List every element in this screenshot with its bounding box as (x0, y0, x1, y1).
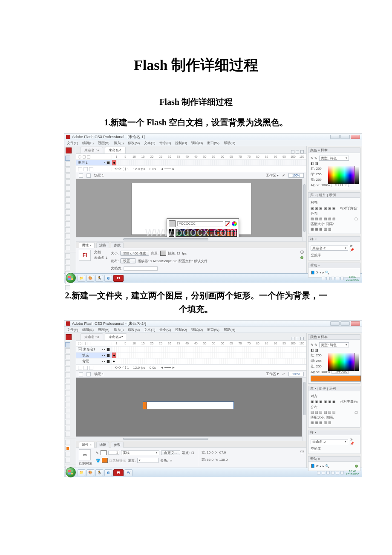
delete-layer-icon[interactable] (89, 366, 93, 370)
swap-colors-icon[interactable] (65, 452, 70, 457)
help-panel-tab[interactable]: 帮助 × (310, 263, 320, 268)
tab-file-b[interactable]: 未命名-2* (105, 333, 127, 340)
line-tool[interactable] (65, 191, 70, 197)
taskbar-browser-icon[interactable]: ◐ (104, 275, 112, 282)
zoom-tool[interactable] (65, 245, 70, 250)
maximize-button[interactable] (340, 135, 350, 139)
maximize-button[interactable] (340, 321, 350, 326)
keyframe-1[interactable] (112, 160, 116, 165)
doc-restore-icon[interactable] (296, 337, 299, 340)
tray-icon[interactable] (336, 277, 339, 280)
menu-commands[interactable]: 命令(C) (159, 327, 171, 332)
pen-tool[interactable] (65, 366, 70, 371)
docclass-input[interactable] (124, 266, 158, 271)
color-panel-tab[interactable]: 颜色 × 样本 (310, 335, 328, 339)
tab-properties[interactable]: 属性 × (79, 442, 95, 448)
tray-icon[interactable] (326, 277, 330, 280)
custom-stroke-button[interactable]: 自定义... (161, 450, 180, 455)
subselection-tool[interactable] (65, 348, 70, 353)
layer-fill[interactable]: 填充 •• (76, 353, 112, 358)
text-tool[interactable] (65, 185, 70, 191)
hand-tool[interactable] (65, 239, 70, 244)
option-b[interactable] (65, 285, 70, 290)
no-color-icon[interactable] (225, 221, 230, 226)
inkbottle-tool[interactable] (65, 402, 70, 407)
eraser-tool[interactable] (65, 233, 70, 238)
align-panel-tab[interactable]: 库 × | 组件 | 示例 (310, 386, 336, 391)
horizontal-scrollbar[interactable] (76, 237, 302, 241)
doc-min-icon[interactable] (291, 150, 294, 153)
new-layer-icon[interactable] (78, 366, 82, 370)
fill-rect-shape[interactable] (143, 402, 147, 409)
menu-commands[interactable]: 命令(C) (159, 141, 171, 145)
lasso-tool[interactable] (65, 360, 70, 365)
menu-view[interactable]: 视图(V) (98, 141, 110, 145)
scale-select[interactable] (137, 458, 159, 463)
line-tool[interactable] (65, 378, 70, 383)
menu-debug[interactable]: 调试(D) (191, 141, 203, 145)
lock-icon[interactable] (83, 155, 86, 159)
taskbar-word-icon[interactable]: W (125, 469, 133, 476)
menu-control[interactable]: 控制(O) (175, 141, 187, 145)
taskbar-explorer-icon[interactable]: 📁 (78, 275, 85, 282)
menu-modify[interactable]: 修改(M) (128, 327, 140, 332)
library-panel-tab[interactable]: 样 × (310, 430, 317, 435)
tab-file-b[interactable]: 未命名-1 (105, 147, 126, 153)
text-tool[interactable] (65, 372, 70, 377)
minimize-button[interactable] (330, 321, 340, 326)
back-icon[interactable] (79, 173, 83, 178)
paintbucket-tool[interactable] (65, 408, 70, 413)
swap-colors-icon[interactable] (65, 265, 70, 270)
paintbucket-tool[interactable] (65, 221, 70, 226)
workspace-dropdown[interactable]: 工作区 ▾ (266, 372, 279, 376)
color-panel-tab[interactable]: 颜色 × 样本 (310, 148, 328, 153)
delete-layer-icon[interactable] (89, 167, 93, 171)
tray-icon[interactable] (336, 471, 339, 474)
tab-parameters[interactable]: 参数 (111, 242, 124, 248)
outline-icon[interactable] (87, 342, 90, 345)
taskbar-flash-button[interactable]: Fl (113, 469, 124, 476)
new-folder-icon[interactable] (84, 167, 88, 171)
taskbar-flash-button[interactable]: Fl (113, 275, 124, 282)
free-transform-tool[interactable] (65, 168, 70, 173)
menu-file[interactable]: 文件(F) (67, 327, 78, 332)
menu-view[interactable]: 视图(V) (98, 327, 110, 332)
color-type-select[interactable]: 类型: 纯色 (319, 156, 349, 161)
outline-icon[interactable] (87, 155, 90, 159)
doc-close-icon[interactable] (300, 337, 304, 340)
align-panel-tab[interactable]: 库 × | 组件 | 示例 (310, 193, 336, 197)
selection-tool[interactable] (65, 342, 70, 347)
rectangle-tool[interactable] (65, 384, 70, 389)
menu-text[interactable]: 文本(T) (144, 141, 155, 145)
library-panel-tab[interactable]: 样 × (310, 237, 317, 241)
menu-edit[interactable]: 编辑(E) (82, 141, 94, 145)
layer-1[interactable]: 图层 1 • (76, 160, 112, 165)
taskbar-paint-icon[interactable]: 🎨 (86, 469, 94, 476)
taskbar-qq-icon[interactable]: 🐧 (95, 275, 103, 282)
horizontal-scrollbar[interactable] (76, 436, 302, 441)
menu-file[interactable]: 文件(F) (67, 141, 78, 145)
tab-filters[interactable]: 滤镜 (96, 242, 109, 248)
scene-icon[interactable] (86, 173, 91, 178)
bg-rect-shape[interactable] (143, 402, 234, 409)
close-button[interactable] (351, 135, 360, 139)
visibility-icon[interactable] (78, 155, 81, 159)
brush-tool[interactable] (65, 209, 70, 214)
library-doc-select[interactable]: 未命名-2 (311, 439, 348, 444)
scene-icon[interactable] (86, 372, 91, 376)
eyedropper-tool[interactable] (65, 414, 70, 419)
fill-color-icon[interactable] (65, 259, 70, 264)
tab-parameters[interactable]: 参数 (111, 442, 124, 448)
new-layer-icon[interactable] (78, 167, 82, 171)
vertical-scrollbar[interactable] (302, 378, 306, 441)
menu-insert[interactable]: 插入(I) (114, 141, 124, 145)
vertical-scrollbar[interactable] (302, 179, 306, 241)
frames-area[interactable] (116, 160, 306, 165)
rectangle-tool[interactable] (65, 197, 70, 202)
library-doc-select[interactable]: 未命名-2 (311, 246, 348, 251)
stroke-weight-input[interactable]: 1 (108, 451, 119, 455)
minimize-button[interactable] (330, 135, 340, 139)
clock[interactable]: 16:482010/6/10 (346, 470, 359, 476)
bg-swatch[interactable] (160, 251, 166, 256)
eyedropper-tool[interactable] (65, 227, 70, 232)
